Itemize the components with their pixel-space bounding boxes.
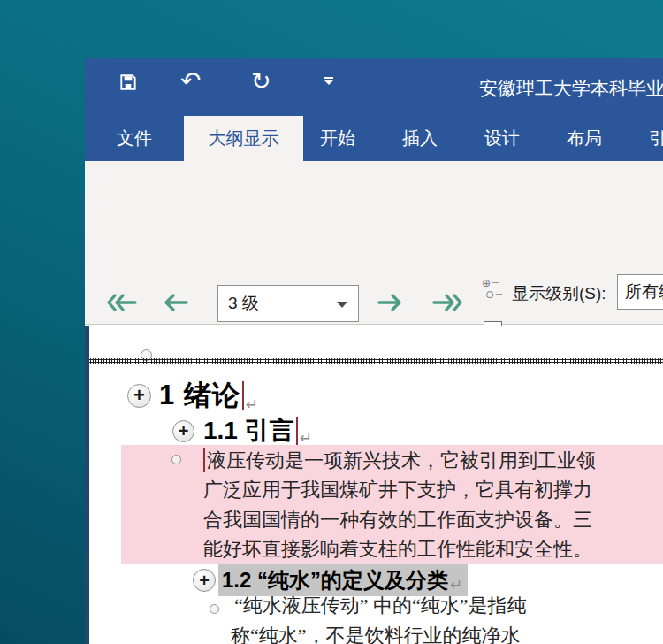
ribbon-tab-row: 文件 大纲显示 开始 插入 设计 布局 引用 <box>85 116 663 161</box>
word-window: ↶ ↻ 安徽理工大学本科毕业 文件 大纲显示 开始 插入 设计 布局 引用 <box>85 58 663 644</box>
right-arrow-icon <box>377 292 403 313</box>
paragraph2-line2[interactable]: 称“纯水”，不是饮料行业的纯净水 <box>231 623 521 644</box>
window-title: 安徽理工大学本科毕业 <box>479 76 663 101</box>
heading12-row[interactable]: + 1.2 “纯水”的定义及分类 ↵ <box>193 564 468 596</box>
outline-level-value: 3 级 <box>228 292 259 315</box>
outline-level-dropdown[interactable]: 3 级 <box>217 285 359 322</box>
tab-outline-label: 大纲显示 <box>209 126 279 150</box>
heading11-row[interactable]: + 1.1 引言 ↵ <box>172 414 312 448</box>
body-text-marker-icon[interactable] <box>171 455 181 464</box>
page-break-line <box>89 358 663 364</box>
promote-button[interactable] <box>163 292 189 313</box>
redo-icon[interactable]: ↻ <box>251 67 271 96</box>
paragraph-return-mark: ↵ <box>246 395 258 414</box>
demote-button[interactable] <box>377 292 403 313</box>
paragraph2-line1[interactable]: “纯水液压传动” 中的“纯水”是指纯 <box>234 593 527 619</box>
body-text-marker-icon[interactable] <box>210 604 219 614</box>
outline-tools-ribbon: 3 级 ⊕ ⊖ <box>85 161 663 325</box>
customize-qat-icon[interactable] <box>324 77 334 85</box>
tab-insert[interactable]: 插入 <box>402 116 438 161</box>
tab-outline-view[interactable]: 大纲显示 <box>184 116 303 161</box>
paragraph1-line2[interactable]: 广泛应用于我国煤矿井下支护，它具有初撑力 <box>203 475 596 504</box>
tab-file[interactable]: 文件 <box>117 116 152 161</box>
cursor-bar <box>242 381 244 410</box>
chevron-down-icon <box>337 302 347 308</box>
heading1-row[interactable]: + 1 绪论 ↵ <box>127 377 258 414</box>
paragraph1-line4[interactable]: 能好坏直接影响着支柱的工作性能和安全性。 <box>203 534 596 564</box>
expand-heading-icon[interactable]: + <box>172 420 194 442</box>
desktop: { "titlebar": { "title": "安徽理工大学本科毕业" },… <box>0 0 663 644</box>
minus-circle-glyph: ⊖ <box>485 289 494 300</box>
heading1-text[interactable]: 1 绪论 <box>159 377 240 414</box>
show-level-value: 所有级别 <box>625 280 663 303</box>
double-right-arrow-icon <box>431 292 463 313</box>
expand-heading-icon[interactable]: + <box>193 569 216 592</box>
title-bar: ↶ ↻ 安徽理工大学本科毕业 <box>85 58 663 116</box>
show-level-label: 显示级别(S): <box>512 282 606 305</box>
floppy-disk-icon <box>118 73 138 92</box>
paragraph-return-mark: ↵ <box>450 576 462 594</box>
cursor-bar <box>203 448 205 472</box>
undo-icon[interactable]: ↶ <box>180 67 201 96</box>
paragraph1-line3[interactable]: 合我国国情的一种有效的工作面支护设备。三 <box>203 505 596 534</box>
highlighted-paragraph[interactable]: 液压传动是一项新兴技术，它被引用到工业领 广泛应用于我国煤矿井下支护，它具有初撑… <box>121 445 663 564</box>
tab-references[interactable]: 引用 <box>649 116 663 161</box>
tab-layout[interactable]: 布局 <box>567 116 602 161</box>
tab-home[interactable]: 开始 <box>320 116 355 161</box>
paragraph1-line1[interactable]: 液压传动是一项新兴技术，它被引用到工业领 <box>203 446 596 475</box>
heading11-text[interactable]: 1.1 引言 <box>203 414 294 448</box>
heading12-text[interactable]: 1.2 “纯水”的定义及分类 <box>222 566 448 594</box>
demote-to-bodytext-button[interactable] <box>431 292 463 313</box>
save-icon[interactable] <box>118 73 138 92</box>
selected-heading-highlight[interactable]: 1.2 “纯水”的定义及分类 ↵ <box>218 564 468 596</box>
document-area[interactable]: + 1 绪论 ↵ + 1.1 引言 ↵ 液压传动是一项新兴技术，它被引用到工业领… <box>85 326 663 644</box>
promote-to-heading1-button[interactable] <box>106 292 138 313</box>
expand-heading-icon[interactable]: + <box>127 384 151 408</box>
show-level-icon: ⊕ ⊖ <box>482 277 505 302</box>
cursor-bar <box>296 417 298 445</box>
double-left-arrow-icon <box>106 292 138 313</box>
left-arrow-icon <box>163 292 189 313</box>
plus-circle-glyph: ⊕ <box>482 278 491 288</box>
tab-design[interactable]: 设计 <box>484 116 520 161</box>
paragraph1-text[interactable]: 液压传动是一项新兴技术，它被引用到工业领 广泛应用于我国煤矿井下支护，它具有初撑… <box>203 446 596 564</box>
window-left-edge <box>85 326 89 644</box>
show-level-dropdown[interactable]: 所有级别 <box>617 274 663 310</box>
